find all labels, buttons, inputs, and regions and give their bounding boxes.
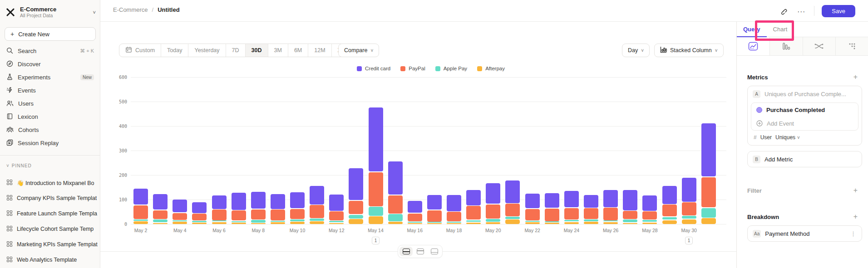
- project-switcher[interactable]: E-Commerce All Project Data ˅: [5, 4, 96, 21]
- sidebar-item-cohorts[interactable]: Cohorts: [0, 123, 100, 136]
- add-metric-plus-icon[interactable]: +: [853, 73, 858, 81]
- add-filter-plus-icon[interactable]: +: [853, 186, 858, 195]
- chart-bar-may-4[interactable]: [173, 199, 187, 224]
- save-button[interactable]: Save: [822, 5, 855, 17]
- chart-bar-may-6[interactable]: [212, 195, 227, 224]
- copy-link-icon[interactable]: [778, 5, 789, 16]
- granularity-dropdown[interactable]: Day ˅: [622, 44, 650, 57]
- sidebar-item-events[interactable]: Events: [0, 84, 100, 97]
- breadcrumb-project[interactable]: E-Commerce: [113, 6, 148, 13]
- metric-b-chip: B: [753, 156, 760, 163]
- chart-type-dropdown[interactable]: Stacked Column ˅: [654, 44, 724, 57]
- chart-bar-may-30[interactable]: [682, 177, 696, 224]
- chart-bar-may-19[interactable]: [466, 189, 481, 224]
- compare-button[interactable]: Compare ˅: [338, 44, 379, 57]
- range-6m[interactable]: 6M: [288, 44, 308, 57]
- chart-bar-may-31[interactable]: [701, 122, 716, 224]
- pinned-board-item[interactable]: Feature Launch Sample Templa: [0, 206, 100, 221]
- chart-bar-may-12[interactable]: [329, 194, 344, 224]
- range-today[interactable]: Today: [161, 44, 188, 57]
- layout-chart-bottom-button[interactable]: [428, 247, 441, 256]
- chart-bar-may-15[interactable]: [388, 161, 403, 224]
- sidebar-item-discover[interactable]: Discover: [0, 58, 100, 71]
- sidebar-item-search[interactable]: Search⌘ + K: [0, 44, 100, 58]
- event-row[interactable]: Purchase Completed: [751, 103, 858, 117]
- add-breakdown-plus-icon[interactable]: +: [853, 213, 858, 221]
- breakdown-row[interactable]: Aa Payment Method ⋮: [748, 226, 862, 241]
- chart-bar-may-23[interactable]: [545, 193, 559, 224]
- chart-bar-may-14[interactable]: [369, 107, 383, 224]
- pinned-board-item[interactable]: Marketing KPIs Sample Templat: [0, 237, 100, 252]
- bar-segment-credit-card: [447, 195, 461, 211]
- add-event-row[interactable]: Add Event: [751, 117, 858, 130]
- chart-bar-may-13[interactable]: [349, 168, 363, 224]
- pinned-section-header[interactable]: ˅ PINNED: [6, 163, 32, 168]
- chart-bar-may-26[interactable]: [603, 190, 618, 224]
- add-metric-row[interactable]: B Add Metric: [748, 151, 862, 167]
- chart-bar-may-2[interactable]: [133, 188, 148, 224]
- sidebar-item-experiments[interactable]: ExperimentsNew: [0, 71, 100, 84]
- legend-item-credit-card[interactable]: Credit card: [357, 66, 390, 71]
- chart-bar-may-9[interactable]: [271, 194, 285, 224]
- chart-bar-may-24[interactable]: [564, 190, 579, 224]
- chart-bar-may-5[interactable]: [192, 201, 207, 224]
- bar-segment-paypal: [232, 210, 246, 220]
- count-entity[interactable]: User: [760, 134, 772, 141]
- layout-split-button[interactable]: [399, 247, 413, 256]
- range-custom[interactable]: Custom: [119, 44, 161, 57]
- pinned-board-item[interactable]: Company KPIs Sample Templat: [0, 190, 100, 206]
- pinned-board-item[interactable]: 👋 Introduction to Mixpanel Bo: [0, 175, 100, 190]
- pinned-board-item[interactable]: Lifecycle Cohort Sample Temp: [0, 221, 100, 237]
- chart-bar-may-16[interactable]: [408, 200, 422, 224]
- chart-bar-may-29[interactable]: [662, 185, 677, 224]
- tab-chart[interactable]: Chart: [767, 22, 794, 37]
- breadcrumb-report-title[interactable]: Untitled: [158, 6, 179, 13]
- bar-segment-credit-card: [525, 194, 540, 208]
- y-axis-tick-label: 400: [112, 124, 127, 129]
- chart-bar-may-8[interactable]: [251, 191, 266, 224]
- range-7d[interactable]: 7D: [226, 44, 246, 57]
- chart-bar-may-7[interactable]: [232, 192, 246, 224]
- legend-item-apple-pay[interactable]: Apple Pay: [435, 66, 467, 71]
- range-12m[interactable]: 12M: [308, 44, 331, 57]
- tab-flows[interactable]: [803, 37, 836, 55]
- bar-segment-apple-pay: [682, 216, 696, 219]
- chart-bar-may-20[interactable]: [486, 183, 500, 224]
- pinned-board-item[interactable]: Web Analytics Template: [0, 252, 100, 268]
- chart-bar-may-25[interactable]: [584, 194, 598, 224]
- annotation-badge[interactable]: 1: [685, 237, 693, 244]
- sidebar-item-label: Cohorts: [18, 127, 39, 133]
- chart-bar-may-18[interactable]: [447, 194, 461, 224]
- metric-a-summary-row[interactable]: A Uniques of Purchase Comple...: [748, 86, 862, 102]
- tab-insights[interactable]: [737, 37, 770, 55]
- chart-bar-may-3[interactable]: [153, 194, 168, 224]
- more-options-icon[interactable]: ···: [796, 5, 807, 16]
- count-type-dropdown[interactable]: Uniques ˅: [775, 134, 800, 141]
- layout-chart-top-button[interactable]: [414, 247, 427, 256]
- chart-bar-may-22[interactable]: [525, 193, 540, 224]
- chart-bar-may-21[interactable]: [505, 180, 520, 224]
- bar-segment-paypal: [701, 177, 716, 208]
- chart-bar-may-11[interactable]: [310, 185, 324, 224]
- range-30d[interactable]: 30D: [246, 44, 268, 57]
- kebab-menu-icon[interactable]: ⋮: [850, 230, 857, 237]
- tab-funnels[interactable]: [770, 37, 803, 55]
- tab-retention[interactable]: [836, 37, 868, 55]
- legend-item-afterpay[interactable]: Afterpay: [477, 66, 505, 71]
- sidebar-item-label: Users: [18, 100, 34, 107]
- sidebar-item-users[interactable]: Users: [0, 97, 100, 110]
- create-new-button[interactable]: + Create New: [5, 27, 96, 41]
- chart-bar-may-27[interactable]: [623, 189, 637, 224]
- range-yesterday[interactable]: Yesterday: [188, 44, 226, 57]
- tab-query[interactable]: Query: [737, 22, 767, 37]
- bar-segment-apple-pay: [192, 221, 207, 222]
- legend-item-paypal[interactable]: PayPal: [400, 66, 425, 71]
- stacked-column-chart: 6005004003002001000May 2May 4May 6May 8M…: [131, 77, 726, 224]
- range-3m[interactable]: 3M: [268, 44, 288, 57]
- annotation-badge[interactable]: 1: [372, 237, 380, 244]
- chart-bar-may-28[interactable]: [642, 195, 657, 224]
- sidebar-item-lexicon[interactable]: Lexicon: [0, 110, 100, 123]
- sidebar-item-session-replay[interactable]: Session Replay: [0, 136, 100, 150]
- chart-bar-may-10[interactable]: [290, 192, 305, 224]
- chart-bar-may-17[interactable]: [427, 195, 442, 224]
